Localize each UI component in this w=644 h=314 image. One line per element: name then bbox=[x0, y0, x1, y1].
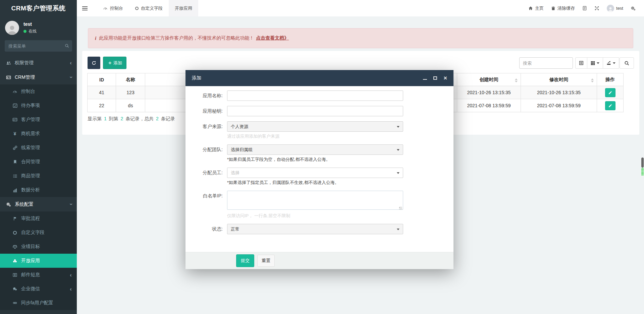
sidebar-item-leads[interactable]: 线索管理 bbox=[0, 141, 77, 155]
resize-handle[interactable] bbox=[399, 207, 402, 210]
user-status-label: 在线 bbox=[29, 28, 37, 34]
sidebar-item-label: CRM管理 bbox=[15, 74, 35, 80]
cell-name: 123 bbox=[116, 86, 145, 99]
sidebar-toggle-button[interactable] bbox=[77, 0, 93, 16]
sort-icon[interactable] bbox=[591, 77, 594, 84]
cell-id: 22 bbox=[88, 99, 116, 112]
dialog-titlebar[interactable]: 添加 × bbox=[185, 70, 453, 86]
close-button[interactable]: × bbox=[443, 75, 447, 81]
settings-button[interactable] bbox=[627, 0, 639, 16]
fullscreen-button[interactable] bbox=[591, 0, 603, 16]
customer-source-select[interactable]: 个人资源 bbox=[227, 121, 403, 132]
sidebar-item-customers[interactable]: 客户管理 bbox=[0, 113, 77, 127]
clear-cache-button[interactable]: 清除缓存 bbox=[547, 0, 579, 16]
field-hint: *如果选择了指定员工，归属团队不生效,都不选进入公海。 bbox=[227, 180, 403, 186]
sidebar-item-opportunity[interactable]: ¥ 商机需求 bbox=[0, 127, 77, 141]
sidebar-item-targets[interactable]: 业绩目标 bbox=[0, 240, 77, 254]
table-search-input[interactable] bbox=[519, 57, 573, 69]
sidebar-item-open-app[interactable]: 开放应用 bbox=[0, 254, 77, 268]
sidebar-item-mail-sms[interactable]: 邮件短息 ‹ bbox=[0, 268, 77, 282]
status-select[interactable]: 正常 bbox=[227, 224, 403, 234]
app-name-input[interactable] bbox=[227, 90, 403, 101]
sidebar-item-products[interactable]: 商品管理 bbox=[0, 169, 77, 183]
sidebar-item-custom-fields[interactable]: 自定义字段 bbox=[0, 226, 77, 240]
scrollbar-thumb[interactable] bbox=[641, 158, 644, 168]
add-button[interactable]: ＋ 添加 bbox=[103, 57, 126, 69]
calendar-icon bbox=[11, 103, 18, 108]
sidebar-item-contracts[interactable]: 合同管理 bbox=[0, 155, 77, 169]
sidebar-item-permission[interactable]: 权限管理 ‹ bbox=[0, 56, 77, 70]
open-app-icon bbox=[11, 259, 18, 263]
search-toggle-button[interactable] bbox=[620, 57, 634, 69]
list-icon bbox=[11, 174, 18, 178]
app-secret-input[interactable] bbox=[227, 106, 403, 116]
tab-custom-fields[interactable]: 自定义字段 bbox=[129, 0, 169, 16]
record-summary: 显示第 1 到第 2 条记录，总共 2 条记录 bbox=[88, 116, 175, 122]
column-header-id[interactable]: ID bbox=[88, 73, 116, 86]
field-label-assign-staff: 分配员工: bbox=[185, 168, 227, 186]
export-button[interactable] bbox=[603, 57, 619, 69]
minimize-button[interactable] bbox=[423, 76, 427, 80]
select-placeholder: 选择 bbox=[231, 170, 239, 176]
sort-icon[interactable] bbox=[515, 77, 518, 84]
sidebar-item-approval[interactable]: 审批流程 bbox=[0, 211, 77, 226]
gears-icon bbox=[5, 202, 12, 207]
tab-open-app[interactable]: 开放应用 bbox=[169, 0, 198, 16]
sidebar-item-label: 业绩目标 bbox=[21, 244, 40, 250]
sidebar-item-system[interactable]: 系统配置 ‹ bbox=[0, 197, 77, 211]
chevron-left-icon: ‹ bbox=[70, 60, 72, 66]
table-toolbar-buttons bbox=[575, 57, 619, 69]
select-value: 选择归属组 bbox=[231, 147, 253, 153]
assign-staff-select[interactable]: 选择 bbox=[227, 168, 403, 178]
nav-tabs: 控制台 自定义字段 开放应用 bbox=[97, 0, 198, 16]
maximize-button[interactable] bbox=[433, 76, 437, 80]
home-link[interactable]: 主页 bbox=[525, 0, 547, 16]
docs-button[interactable] bbox=[579, 0, 591, 16]
sidebar: CRM客户管理系统 test 在线 权限管理 ‹ CRM管理 ‹ bbox=[0, 0, 77, 314]
sidebar-item-label: 商机需求 bbox=[21, 131, 40, 137]
tab-console[interactable]: 控制台 bbox=[97, 0, 129, 16]
sidebar-item-analytics[interactable]: 数据分析 bbox=[0, 183, 77, 197]
column-header-created[interactable]: 创建时间 bbox=[457, 73, 521, 86]
user-menu[interactable]: test bbox=[603, 0, 627, 16]
detail-view-icon bbox=[579, 61, 584, 65]
dashboard-icon bbox=[103, 6, 108, 10]
sidebar-item-label: 自定义字段 bbox=[21, 230, 45, 236]
view-docs-link[interactable]: 点击查看文档》 bbox=[256, 35, 289, 41]
dashboard-icon bbox=[11, 89, 18, 94]
search-icon[interactable] bbox=[65, 44, 69, 48]
scrollbar-indicator[interactable] bbox=[641, 168, 644, 176]
columns-button[interactable] bbox=[587, 57, 603, 69]
toggle-view-button[interactable] bbox=[575, 57, 587, 69]
home-icon bbox=[528, 6, 533, 10]
edit-button[interactable] bbox=[605, 101, 615, 110]
edit-button[interactable] bbox=[605, 88, 615, 97]
flag-icon bbox=[11, 216, 18, 221]
sidebar-item-todo[interactable]: 待办事项 bbox=[0, 99, 77, 113]
summary-to: 2 bbox=[119, 116, 124, 121]
trash-icon bbox=[551, 6, 555, 11]
gear-icon bbox=[631, 6, 636, 11]
submit-button[interactable]: 提交 bbox=[236, 254, 254, 267]
column-header-updated[interactable]: 修改时间 bbox=[521, 73, 597, 86]
sidebar-item-sync-fa[interactable]: 同步fa用户配置 bbox=[0, 296, 77, 310]
sidebar-item-crm[interactable]: CRM管理 ‹ bbox=[0, 70, 77, 84]
sidebar-item-label: 线索管理 bbox=[21, 145, 40, 151]
cell-updated: 2021-07-08 13:59:59 bbox=[521, 99, 597, 112]
sidebar-item-label: 待办事项 bbox=[21, 103, 40, 109]
sidebar-item-wechat[interactable]: 企业微信 ‹ bbox=[0, 282, 77, 296]
dialog-footer: 提交 重置 bbox=[185, 252, 453, 269]
cell-created: 2021-07-08 13:59:59 bbox=[457, 99, 521, 112]
pencil-icon bbox=[608, 104, 612, 108]
sidebar-item-label: 系统配置 bbox=[15, 201, 34, 207]
refresh-button[interactable] bbox=[88, 57, 100, 69]
sidebar-item-console[interactable]: 控制台 bbox=[0, 84, 77, 99]
whitelist-ip-textarea[interactable] bbox=[227, 191, 403, 210]
refresh-icon bbox=[92, 61, 96, 65]
reset-button[interactable]: 重置 bbox=[257, 255, 275, 267]
alert-text: 此应用功能是开放接口给第三方操作客户用的，不懂技术的可忽略此功能！ bbox=[99, 35, 254, 41]
column-header-name[interactable]: 名称 bbox=[116, 73, 145, 86]
assign-team-select[interactable]: 选择归属组 bbox=[227, 144, 403, 155]
sync-icon bbox=[11, 301, 18, 305]
sidebar-search-input[interactable] bbox=[5, 40, 72, 52]
